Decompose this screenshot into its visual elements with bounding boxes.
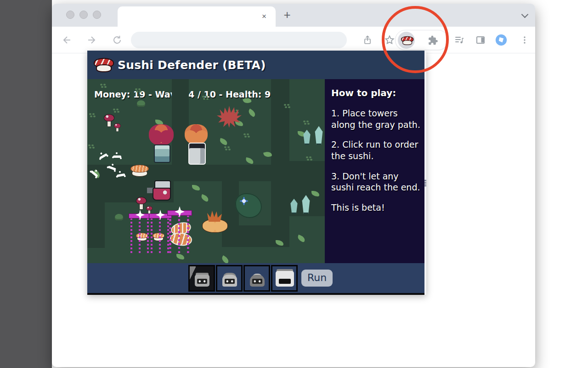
sushi-extension-icon: [401, 36, 412, 45]
sprite-clover: [135, 88, 141, 93]
zoom-window-button[interactable]: [93, 11, 101, 19]
sprite-clover: [88, 144, 95, 150]
sprite-clover: [202, 96, 209, 101]
sprite-treeteal: [301, 126, 324, 145]
sprite-clover: [243, 133, 250, 138]
popup-scrollbar-thumb[interactable]: [424, 180, 426, 186]
sprite-orangeplant: [202, 211, 227, 233]
tower-dome-bot-button[interactable]: [243, 265, 270, 292]
sprite-guntower: [149, 180, 171, 200]
sprite-clover: [89, 113, 96, 118]
minimize-window-button[interactable]: [79, 11, 88, 19]
popup-header: Sushi Defender (BETA): [87, 51, 426, 79]
sprite-treeteal: [288, 195, 311, 214]
sprite-leaf: [297, 235, 306, 242]
sprite-leaf: [192, 185, 200, 190]
sprite-mushroom: [114, 123, 120, 132]
tab-close-icon[interactable]: ×: [259, 12, 269, 22]
sprite-flowertower1: [149, 124, 174, 165]
sprite-leaf: [176, 254, 184, 259]
instruction-step: This is beta!: [331, 202, 421, 213]
tower-scrap-bot-button[interactable]: [188, 265, 215, 292]
sprite-leaf: [245, 157, 254, 164]
sprite-clover: [284, 104, 290, 109]
sprite-blueflowers: [235, 193, 262, 218]
star-icon: [384, 34, 395, 46]
popup-main: Money: 19 - Wave: 4 / 10 - Health: 99 Ho…: [87, 79, 426, 263]
traffic-lights: [66, 11, 101, 19]
profile-avatar-icon: [495, 33, 507, 47]
sprite-leaf: [219, 138, 228, 145]
desktop-background: [0, 0, 52, 368]
forward-icon: [86, 34, 97, 46]
tower-buttons: [188, 265, 299, 292]
popup-sushi-logo-icon: [94, 58, 112, 72]
sprite-spark: [113, 155, 121, 158]
sushi-extension-button[interactable]: [398, 32, 415, 49]
sprite-sprout: [115, 214, 123, 220]
back-button[interactable]: [61, 34, 73, 46]
new-tab-button[interactable]: +: [280, 8, 294, 23]
popup-title: Sushi Defender (BETA): [118, 58, 266, 72]
close-window-button[interactable]: [66, 11, 74, 19]
sprite-clover: [303, 121, 310, 126]
sprite-nigiri: [130, 165, 148, 176]
sprite-clover: [224, 146, 231, 151]
address-bar[interactable]: [131, 32, 347, 48]
reload-button[interactable]: [111, 34, 123, 46]
kebab-menu-icon: [519, 34, 530, 46]
run-button[interactable]: Run: [301, 270, 333, 287]
tab-search-chevron-icon[interactable]: [521, 11, 529, 18]
browser-toolbar: [52, 27, 535, 53]
share-icon: [362, 34, 373, 46]
forward-button[interactable]: [86, 34, 98, 46]
extensions-pill: [395, 30, 448, 50]
tower-pyramid-bot-button[interactable]: [216, 265, 243, 292]
sprite-sprout: [137, 100, 145, 107]
instruction-step: 3. Don't let any sushi reach the end.: [331, 171, 421, 193]
instructions-sidebar: How to play: 1. Place towers along the g…: [325, 79, 424, 263]
instruction-step: 1. Place towers along the gray path.: [331, 108, 421, 130]
sprite-leaf: [247, 109, 257, 117]
sprite-clover: [306, 156, 312, 161]
reload-icon: [112, 34, 123, 46]
sprite-leaf: [220, 255, 230, 263]
extension-popup: Sushi Defender (BETA) Money: 19 - Wave: …: [87, 51, 426, 295]
sprite-flowertower2: [185, 124, 208, 166]
back-icon: [61, 34, 72, 46]
sprite-mushroom: [104, 114, 114, 127]
media-playlist-icon: [454, 34, 465, 46]
profile-avatar-button[interactable]: [495, 34, 507, 46]
tab-strip: × +: [52, 4, 535, 27]
media-controls-button[interactable]: [453, 34, 465, 46]
extensions-menu-button[interactable]: [427, 34, 439, 46]
browser-tab[interactable]: ×: [118, 6, 276, 27]
sprite-tesla: [129, 208, 151, 254]
sprite-tesla: [167, 204, 191, 254]
tower-selection-bar: Run: [87, 263, 426, 295]
sprite-clover: [113, 109, 119, 114]
bookmark-button[interactable]: [384, 34, 396, 46]
sprite-spark: [99, 153, 107, 159]
instructions-heading: How to play:: [331, 87, 421, 98]
side-panel-button[interactable]: [475, 34, 486, 46]
game-canvas[interactable]: Money: 19 - Wave: 4 / 10 - Health: 99: [87, 79, 325, 263]
share-button[interactable]: [362, 34, 373, 46]
side-panel-icon: [475, 34, 486, 46]
puzzle-icon: [427, 35, 438, 46]
sprite-leaf: [200, 194, 209, 202]
browser-menu-button[interactable]: [519, 34, 531, 46]
tower-heavy-bot-button[interactable]: [271, 265, 298, 292]
instruction-step: 2. Click run to order the sushi.: [331, 139, 421, 161]
popup-scrollbar[interactable]: [424, 51, 426, 295]
sprite-clover: [100, 84, 107, 89]
